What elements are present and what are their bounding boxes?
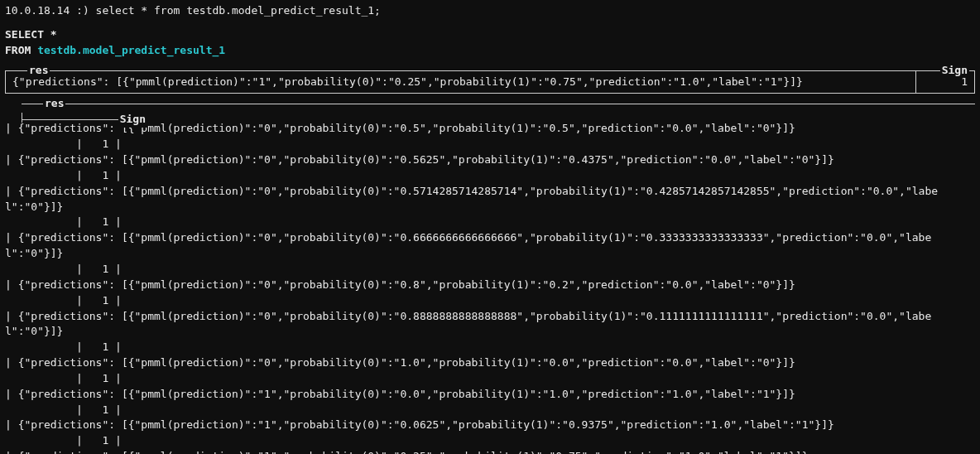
table-row: | {"predictions": [{"pmml(prediction)":"… bbox=[5, 121, 975, 152]
table-row: | {"predictions": [{"pmml(prediction)":"… bbox=[5, 230, 975, 278]
table-row: | {"predictions": [{"pmml(prediction)":"… bbox=[5, 278, 975, 309]
result1-sign-cell: Sign 1 bbox=[915, 70, 975, 94]
terminal[interactable]: 10.0.18.14 :) select * from testdb.model… bbox=[0, 0, 980, 454]
result1-res-cell: res {"predictions": [{"pmml(prediction)"… bbox=[5, 70, 915, 94]
sql-table-name: testdb.model_predict_result_1 bbox=[37, 44, 225, 56]
sql-echo: SELECT * FROM testdb.model_predict_resul… bbox=[5, 27, 975, 59]
table-row: | {"predictions": [{"pmml(prediction)":"… bbox=[5, 418, 975, 449]
res-column-header-2: res bbox=[43, 96, 65, 112]
result1-res-value: {"predictions": [{"pmml(prediction)":"1"… bbox=[12, 75, 803, 88]
table-row: | {"predictions": [{"pmml(prediction)":"… bbox=[5, 152, 975, 184]
result2-rows: | {"predictions": [{"pmml(prediction)":"… bbox=[5, 121, 975, 454]
table-row: | {"predictions": [{"pmml(prediction)":"… bbox=[5, 449, 975, 454]
prompt-host: 10.0.18.14 :) bbox=[5, 4, 89, 17]
result2-top-rule: res bbox=[22, 104, 975, 113]
sql-from-kw: FROM bbox=[5, 44, 31, 56]
table-row: | {"predictions": [{"pmml(prediction)":"… bbox=[5, 355, 975, 387]
sql-select-kw: SELECT bbox=[5, 28, 44, 41]
res-column-header: res bbox=[27, 63, 50, 79]
sign-column-header-2: Sign bbox=[118, 112, 147, 128]
table-row: | {"predictions": [{"pmml(prediction)":"… bbox=[5, 387, 975, 418]
table-row: | {"predictions": [{"pmml(prediction)":"… bbox=[5, 309, 975, 356]
prompt-line: 10.0.18.14 :) select * from testdb.model… bbox=[5, 3, 975, 19]
result-block-1: res {"predictions": [{"pmml(prediction)"… bbox=[5, 70, 975, 94]
sign-column-header: Sign bbox=[940, 63, 969, 79]
prompt-command: select * from testdb.model_predict_resul… bbox=[96, 4, 381, 17]
table-row: | {"predictions": [{"pmml(prediction)":"… bbox=[5, 184, 975, 231]
sql-star: * bbox=[50, 28, 57, 41]
result-block-2: res Sign | {"predictions": [{"pmml(predi… bbox=[5, 104, 975, 454]
result2-sub-rule: Sign bbox=[22, 113, 129, 121]
